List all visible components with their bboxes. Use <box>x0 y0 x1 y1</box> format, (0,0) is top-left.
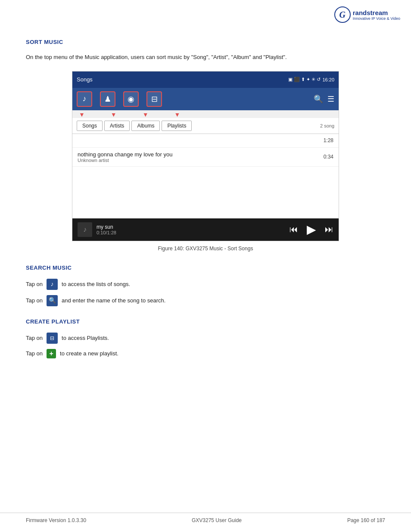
song-2-artist: Unknown artist <box>78 158 172 163</box>
tab-albums[interactable]: Albums <box>131 121 160 131</box>
next-button[interactable]: ⏭ <box>325 224 333 234</box>
search-tap-2: Tap on 🔍 and enter the name of the song … <box>26 295 385 306</box>
song-row-2[interactable]: nothing gonna change my love for you Unk… <box>72 148 339 167</box>
logo-icon: G <box>334 6 351 23</box>
arrow-3: ▼ <box>143 111 149 118</box>
tab-row: Songs Artists Albums Playlists 2 song <box>72 118 339 134</box>
create-playlist-section: CREATE PLAYLIST Tap on ⊟ to access Playl… <box>26 318 385 358</box>
playlist-inline-icon: ⊟ <box>47 333 58 344</box>
playlist-tap-2: Tap on + to create a new playlist. <box>26 349 385 358</box>
logo-text: randstream Innovative IP Voice & Video <box>353 9 400 21</box>
player-info: my sun 0:10/1:28 <box>97 224 290 235</box>
brand-tagline: Innovative IP Voice & Video <box>353 16 400 21</box>
menu-button[interactable]: ☰ <box>327 94 334 104</box>
icon-bar-left: ♪ ♟ ◉ ⊟ <box>77 91 162 107</box>
music-app-screenshot: Songs ▣ ⬛ ⬆ ✦ ✳ ↺ 16:20 ♪ ♟ ◉ ⊟ 🔍 ☰ <box>72 71 339 241</box>
brand-name: randstream <box>353 9 400 16</box>
tab-artists[interactable]: Artists <box>104 121 130 131</box>
tab-songs[interactable]: Songs <box>77 121 103 131</box>
album-icon[interactable]: ◉ <box>123 91 139 107</box>
song-2-info: nothing gonna change my love for you Unk… <box>78 151 172 163</box>
player-song-name: my sun <box>97 224 290 230</box>
create-playlist-title: CREATE PLAYLIST <box>26 318 385 325</box>
sort-music-title: SORT MUSIC <box>26 39 385 45</box>
song-1-duration: 1:28 <box>324 137 333 143</box>
song-1-title <box>78 137 79 144</box>
artist-icon[interactable]: ♟ <box>100 91 115 107</box>
song-2-duration: 0:34 <box>324 154 333 160</box>
play-button[interactable]: ▶ <box>307 222 316 236</box>
search-inline-icon: 🔍 <box>47 295 58 306</box>
search-button[interactable]: 🔍 <box>314 94 323 104</box>
songs-icon[interactable]: ♪ <box>77 91 92 107</box>
footer-firmware: Firmware Version 1.0.3.30 <box>26 517 86 523</box>
arrow-2: ▼ <box>111 111 117 118</box>
icon-bar-right: 🔍 ☰ <box>314 94 334 104</box>
playlist-tap-1: Tap on ⊟ to access Playlists. <box>26 333 385 344</box>
footer-page: Page 160 of 187 <box>347 517 385 523</box>
figure-caption: Figure 140: GXV3275 Music - Sort Songs <box>26 246 385 252</box>
song-list: 1:28 nothing gonna change my love for yo… <box>72 134 339 167</box>
logo-area: G randstream Innovative IP Voice & Video <box>334 6 400 23</box>
plus-inline-icon: + <box>47 349 56 358</box>
search-music-section: SEARCH MUSIC Tap on ♪ to access the list… <box>26 264 385 306</box>
sort-music-section: SORT MUSIC On the top menu of the Music … <box>26 39 385 252</box>
song-1-info <box>78 137 79 144</box>
tab-playlists[interactable]: Playlists <box>162 121 192 131</box>
app-title: Songs <box>77 76 93 83</box>
app-topbar: Songs ▣ ⬛ ⬆ ✦ ✳ ↺ 16:20 <box>72 72 339 88</box>
sort-music-description: On the top menu of the Music application… <box>26 53 385 62</box>
arrow-1: ▼ <box>79 111 85 118</box>
status-time: 16:20 <box>322 77 334 82</box>
player-bar: ♪ my sun 0:10/1:28 ⏮ ▶ ⏭ <box>72 218 339 241</box>
page-footer: Firmware Version 1.0.3.30 GXV3275 User G… <box>0 513 411 523</box>
empty-space <box>72 167 339 218</box>
player-thumbnail: ♪ <box>78 222 92 237</box>
status-icons: ▣ ⬛ ⬆ ✦ ✳ ↺ <box>288 77 321 82</box>
prev-button[interactable]: ⏮ <box>290 224 298 234</box>
player-time: 0:10/1:28 <box>97 230 290 235</box>
arrow-4: ▼ <box>174 111 181 118</box>
playlist-icon[interactable]: ⊟ <box>146 91 162 107</box>
player-controls: ⏮ ▶ ⏭ <box>290 222 333 236</box>
music-list-icon: ♪ <box>47 279 58 290</box>
status-bar: ▣ ⬛ ⬆ ✦ ✳ ↺ 16:20 <box>288 77 334 82</box>
song-2-title: nothing gonna change my love for you <box>78 151 172 158</box>
footer-product: GXV3275 User Guide <box>192 517 242 523</box>
icon-bar: ♪ ♟ ◉ ⊟ 🔍 ☰ <box>72 88 339 110</box>
search-music-title: SEARCH MUSIC <box>26 264 385 271</box>
main-content: SORT MUSIC On the top menu of the Music … <box>0 0 411 388</box>
search-tap-1: Tap on ♪ to access the lists of songs. <box>26 279 385 290</box>
song-row-1[interactable]: 1:28 <box>72 134 339 148</box>
song-count: 2 song <box>320 123 334 128</box>
